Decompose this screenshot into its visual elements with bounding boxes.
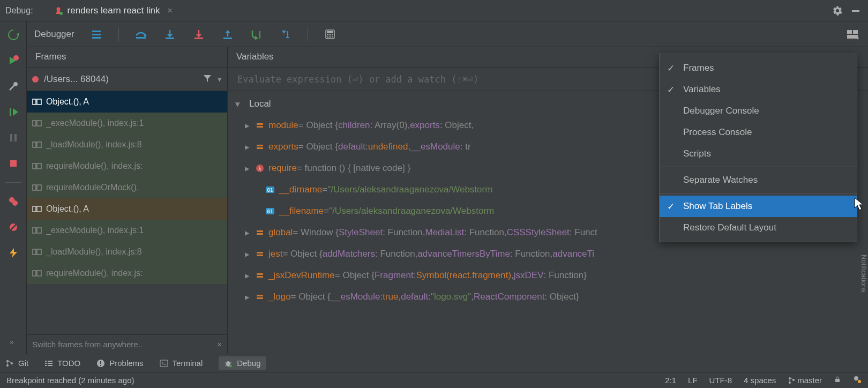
svg-point-0: [56, 7, 60, 11]
svg-rect-85: [45, 361, 47, 362]
run-to-cursor-icon[interactable]: [250, 27, 264, 41]
svg-rect-58: [33, 228, 36, 233]
caret-icon[interactable]: [245, 163, 255, 174]
svg-rect-55: [37, 185, 41, 190]
caret-icon[interactable]: [245, 249, 255, 260]
caret-icon[interactable]: [245, 141, 255, 153]
minimize-icon[interactable]: [849, 4, 863, 18]
variable-row[interactable]: _jsxDevRuntime = Object {Fragment: Symbo…: [228, 265, 868, 286]
ide-settings-icon[interactable]: [853, 375, 862, 385]
gear-icon[interactable]: [830, 4, 844, 18]
caret-icon[interactable]: [245, 292, 255, 303]
caret-icon[interactable]: [245, 120, 255, 131]
svg-text:01: 01: [267, 188, 273, 193]
menu-item[interactable]: ✓Show Tab Labels: [660, 196, 857, 217]
frame-list[interactable]: Object.(), A_execModule(), index.js:1_lo…: [27, 91, 227, 334]
tab-todo[interactable]: TODO: [44, 359, 80, 368]
caret-position[interactable]: 2:1: [665, 376, 676, 385]
tab-terminal[interactable]: Terminal: [160, 359, 203, 368]
frame-row[interactable]: _execModule(), index.js:1: [27, 113, 227, 134]
frame-row[interactable]: Object.(), A: [27, 198, 227, 220]
close-icon[interactable]: ×: [217, 340, 222, 349]
frame-row[interactable]: _loadModule(), index.js:8: [27, 134, 227, 155]
thread-selector[interactable]: /Users... 68044) ▾: [27, 68, 227, 91]
svg-rect-17: [92, 37, 101, 39]
caret-icon[interactable]: [245, 227, 255, 238]
svg-point-105: [854, 376, 858, 380]
status-message: Breakpoint reached (2 minutes ago): [6, 376, 134, 385]
svg-point-82: [6, 360, 9, 362]
frame-row[interactable]: Object.(), A: [27, 91, 227, 113]
menu-item[interactable]: Restore Default Layout: [660, 217, 857, 238]
close-icon[interactable]: ×: [168, 6, 173, 16]
step-into-icon[interactable]: [163, 27, 177, 41]
breakpoints-icon[interactable]: [6, 195, 20, 208]
svg-rect-79: [257, 276, 263, 278]
frame-row[interactable]: _loadModule(), index.js:8: [27, 241, 227, 263]
layout-settings-icon[interactable]: ▾: [847, 27, 860, 41]
svg-rect-56: [33, 206, 36, 212]
notifications-tab[interactable]: Notifications: [857, 236, 868, 311]
menu-item[interactable]: Separate Watches: [660, 169, 857, 191]
tab-debug[interactable]: Debug: [219, 356, 266, 370]
drop-frame-icon[interactable]: [279, 27, 293, 41]
menu-item[interactable]: Debugger Console: [660, 100, 857, 122]
svg-text:λ: λ: [258, 165, 261, 171]
line-separator[interactable]: LF: [688, 376, 698, 385]
menu-item[interactable]: Process Console: [660, 122, 857, 143]
menu-item[interactable]: ✓Variables: [660, 79, 857, 100]
more-icon[interactable]: »: [10, 338, 14, 346]
lightning-icon[interactable]: [6, 246, 20, 260]
variable-row[interactable]: _logo = Object {__esModule: true, defaul…: [228, 286, 868, 308]
frame-row[interactable]: requireModule(), index.js:: [27, 155, 227, 177]
svg-rect-74: [257, 230, 263, 232]
svg-point-1: [59, 12, 63, 15]
chevron-down-icon[interactable]: ▾: [218, 74, 222, 84]
svg-rect-77: [257, 255, 263, 256]
frame-row[interactable]: _execModule(), index.js:1: [27, 220, 227, 241]
menu-item[interactable]: ✓Frames: [660, 57, 857, 79]
stop-icon[interactable]: [6, 156, 20, 170]
wrench-icon[interactable]: [6, 79, 20, 93]
frames-header[interactable]: Frames: [27, 47, 228, 67]
filter-icon[interactable]: [203, 73, 212, 85]
lock-icon[interactable]: [834, 376, 841, 385]
frame-row[interactable]: requireModuleOrMock(),: [27, 177, 227, 198]
svg-rect-51: [37, 142, 41, 147]
svg-rect-64: [257, 123, 263, 125]
svg-rect-49: [37, 121, 41, 126]
frame-row[interactable]: requireModule(), index.js:: [27, 263, 227, 284]
svg-rect-62: [33, 271, 36, 276]
tip-text: Switch frames from anywhere..: [32, 340, 143, 349]
mute-breakpoints-icon[interactable]: [6, 220, 20, 234]
rerun-failed-icon[interactable]: [6, 54, 20, 68]
file-encoding[interactable]: UTF-8: [709, 376, 732, 385]
debug-label: Debug:: [5, 6, 33, 16]
caret-icon[interactable]: [245, 270, 255, 281]
git-branch[interactable]: master: [788, 376, 822, 385]
threads-icon[interactable]: [89, 27, 103, 41]
pause-icon[interactable]: [6, 131, 20, 145]
layout-context-menu: ✓Frames✓VariablesDebugger ConsoleProcess…: [659, 54, 857, 242]
run-config-tab[interactable]: renders learn react link ×: [54, 5, 173, 16]
evaluate-icon[interactable]: [323, 27, 337, 41]
step-out-icon[interactable]: [221, 27, 235, 41]
caret-icon[interactable]: [235, 99, 245, 110]
tab-problems[interactable]: Problems: [96, 359, 143, 368]
svg-rect-65: [257, 126, 263, 128]
svg-rect-43: [853, 30, 858, 34]
variable-row[interactable]: jest = Object {addMatchers: Function, ad…: [228, 243, 868, 265]
rerun-icon[interactable]: [6, 28, 20, 42]
svg-rect-53: [37, 163, 41, 169]
svg-rect-78: [257, 273, 263, 275]
svg-rect-35: [327, 31, 333, 33]
step-over-icon[interactable]: [134, 27, 148, 41]
force-step-into-icon[interactable]: [192, 27, 206, 41]
tab-git[interactable]: Git: [5, 359, 28, 368]
indent-setting[interactable]: 4 spaces: [744, 376, 776, 385]
variables-header[interactable]: Variables: [228, 47, 282, 67]
svg-rect-80: [257, 295, 263, 296]
menu-item[interactable]: Scripts: [660, 143, 857, 165]
svg-rect-67: [257, 147, 263, 149]
resume-icon[interactable]: [6, 105, 20, 119]
